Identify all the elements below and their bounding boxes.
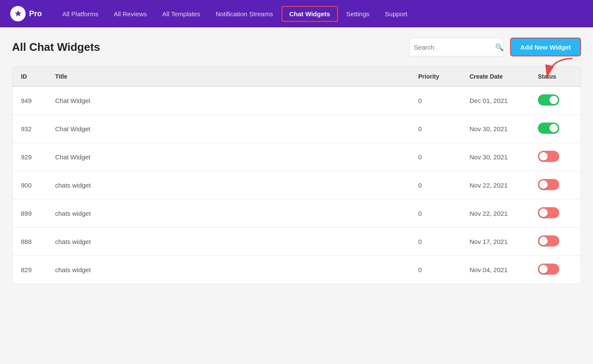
cell-priority: 0 bbox=[410, 256, 461, 284]
cell-status bbox=[529, 200, 581, 228]
cell-priority: 0 bbox=[410, 228, 461, 256]
table-row: 949 Chat Widget 0 Dec 01, 2021 bbox=[12, 86, 581, 115]
nav-link-chat-widgets[interactable]: Chat Widgets bbox=[282, 6, 338, 22]
table-body: 949 Chat Widget 0 Dec 01, 2021 932 Chat … bbox=[12, 86, 581, 284]
status-toggle[interactable] bbox=[538, 207, 559, 218]
cell-date: Nov 30, 2021 bbox=[461, 143, 529, 171]
cell-id: 888 bbox=[12, 228, 47, 256]
table-row: 929 Chat Widget 0 Nov 30, 2021 bbox=[12, 143, 581, 171]
cell-priority: 0 bbox=[410, 86, 461, 115]
add-new-widget-button[interactable]: Add New Widget bbox=[510, 38, 581, 56]
table-container: ID Title Priority Create Date Status 949… bbox=[12, 67, 581, 284]
navbar: ★ Pro All PlatformsAll ReviewsAll Templa… bbox=[0, 0, 593, 27]
toggle-knob bbox=[539, 237, 548, 245]
status-toggle[interactable] bbox=[538, 123, 559, 134]
status-toggle[interactable] bbox=[538, 151, 559, 162]
cell-status bbox=[529, 115, 581, 143]
cell-title: Chat Widget bbox=[47, 143, 410, 171]
status-toggle[interactable] bbox=[538, 264, 559, 275]
table-row: 900 chats widget 0 Nov 22, 2021 bbox=[12, 171, 581, 200]
table-row: 829 chats widget 0 Nov 04, 2021 bbox=[12, 256, 581, 284]
cell-id: 829 bbox=[12, 256, 47, 284]
cell-status bbox=[529, 256, 581, 284]
col-header-status: Status bbox=[529, 67, 581, 86]
nav-link-all-reviews[interactable]: All Reviews bbox=[107, 7, 154, 21]
cell-date: Nov 04, 2021 bbox=[461, 256, 529, 284]
cell-title: chats widget bbox=[47, 200, 410, 228]
nav-link-support[interactable]: Support bbox=[378, 7, 414, 21]
search-input[interactable] bbox=[414, 44, 495, 51]
cell-id: 900 bbox=[12, 171, 47, 200]
table-row: 899 chats widget 0 Nov 22, 2021 bbox=[12, 200, 581, 228]
cell-date: Nov 22, 2021 bbox=[461, 171, 529, 200]
cell-priority: 0 bbox=[410, 200, 461, 228]
cell-id: 899 bbox=[12, 200, 47, 228]
header-right: 🔍 Add New Widget bbox=[409, 38, 581, 56]
cell-date: Nov 17, 2021 bbox=[461, 228, 529, 256]
table-row: 932 Chat Widget 0 Nov 30, 2021 bbox=[12, 115, 581, 143]
status-toggle[interactable] bbox=[538, 179, 559, 190]
cell-id: 949 bbox=[12, 86, 47, 115]
status-toggle[interactable] bbox=[538, 235, 559, 247]
toggle-knob bbox=[539, 208, 548, 217]
cell-status bbox=[529, 86, 581, 115]
table-row: 888 chats widget 0 Nov 17, 2021 bbox=[12, 228, 581, 256]
col-header-title: Title bbox=[47, 67, 410, 86]
nav-link-all-platforms[interactable]: All Platforms bbox=[56, 7, 105, 21]
cell-id: 932 bbox=[12, 115, 47, 143]
logo-text: Pro bbox=[29, 9, 42, 18]
cell-title: chats widget bbox=[47, 171, 410, 200]
logo-icon: ★ bbox=[10, 6, 26, 21]
search-icon: 🔍 bbox=[495, 43, 504, 51]
nav-link-all-templates[interactable]: All Templates bbox=[156, 7, 207, 21]
cell-date: Nov 22, 2021 bbox=[461, 200, 529, 228]
cell-date: Dec 01, 2021 bbox=[461, 86, 529, 115]
header-row: All Chat Widgets 🔍 Add New Widget bbox=[12, 38, 581, 56]
cell-title: Chat Widget bbox=[47, 86, 410, 115]
toggle-knob bbox=[549, 96, 558, 104]
nav-links: All PlatformsAll ReviewsAll TemplatesNot… bbox=[56, 6, 583, 22]
cell-status bbox=[529, 228, 581, 256]
col-header-date: Create Date bbox=[461, 67, 529, 86]
cell-title: chats widget bbox=[47, 256, 410, 284]
page-title: All Chat Widgets bbox=[12, 41, 100, 54]
cell-title: chats widget bbox=[47, 228, 410, 256]
toggle-knob bbox=[549, 124, 558, 132]
cell-status bbox=[529, 171, 581, 200]
page-content: All Chat Widgets 🔍 Add New Widget bbox=[0, 27, 593, 294]
widgets-table: ID Title Priority Create Date Status 949… bbox=[12, 67, 581, 284]
search-box: 🔍 bbox=[409, 38, 503, 56]
col-header-priority: Priority bbox=[410, 67, 461, 86]
table-header-row: ID Title Priority Create Date Status bbox=[12, 67, 581, 86]
toggle-knob bbox=[539, 180, 548, 189]
logo[interactable]: ★ Pro bbox=[10, 6, 42, 21]
toggle-knob bbox=[539, 152, 548, 161]
col-header-id: ID bbox=[12, 67, 47, 86]
cell-priority: 0 bbox=[410, 115, 461, 143]
cell-priority: 0 bbox=[410, 143, 461, 171]
cell-id: 929 bbox=[12, 143, 47, 171]
cell-status bbox=[529, 143, 581, 171]
status-toggle[interactable] bbox=[538, 94, 559, 106]
cell-priority: 0 bbox=[410, 171, 461, 200]
cell-title: Chat Widget bbox=[47, 115, 410, 143]
nav-link-notification-streams[interactable]: Notification Streams bbox=[209, 7, 280, 21]
toggle-knob bbox=[539, 265, 548, 273]
cell-date: Nov 30, 2021 bbox=[461, 115, 529, 143]
nav-link-settings[interactable]: Settings bbox=[340, 7, 376, 21]
